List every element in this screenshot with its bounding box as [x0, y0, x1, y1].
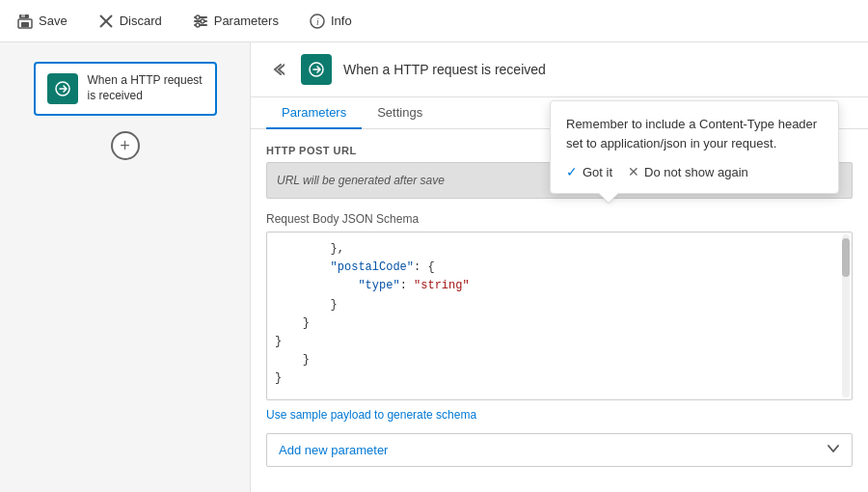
add-step-button[interactable]: + — [111, 131, 140, 160]
save-icon — [17, 14, 33, 29]
svg-rect-1 — [21, 14, 25, 17]
main-layout: When a HTTP request is received + When a… — [0, 42, 868, 492]
info-label: Info — [331, 14, 352, 28]
code-line: } — [275, 314, 844, 333]
svg-text:i: i — [316, 16, 319, 27]
do-not-show-label: Do not show again — [644, 165, 748, 179]
code-line: } — [275, 351, 844, 369]
check-icon: ✓ — [566, 164, 578, 179]
save-label: Save — [39, 14, 68, 28]
tooltip-popup: Remember to include a Content-Type heade… — [550, 100, 839, 194]
code-editor[interactable]: }, "postalCode": { "type": "string" } } … — [266, 232, 853, 400]
x-icon: ✕ — [628, 164, 639, 179]
got-it-button[interactable]: ✓ Got it — [566, 164, 612, 179]
discard-label: Discard — [120, 14, 162, 28]
panel-header-icon — [301, 54, 332, 85]
right-panel: When a HTTP request is received Paramete… — [251, 42, 868, 492]
code-line: } — [275, 333, 844, 351]
collapse-button[interactable] — [266, 58, 289, 81]
flow-card[interactable]: When a HTTP request is received — [34, 62, 217, 116]
code-scrollbar[interactable] — [842, 234, 850, 397]
flow-card-icon — [47, 73, 78, 104]
add-step-icon: + — [120, 136, 130, 156]
add-param-label: Add new parameter — [279, 443, 388, 457]
add-new-parameter-select[interactable]: Add new parameter — [266, 433, 853, 467]
svg-rect-3 — [21, 22, 29, 27]
code-line: "type": "string" — [275, 277, 844, 295]
svg-point-11 — [196, 23, 200, 27]
sample-payload-link[interactable]: Use sample payload to generate schema — [266, 408, 853, 422]
parameters-label: Parameters — [214, 14, 279, 28]
discard-icon — [98, 14, 114, 29]
got-it-label: Got it — [583, 165, 612, 179]
save-button[interactable]: Save — [12, 10, 73, 33]
tooltip-text: Remember to include a Content-Type heade… — [566, 115, 823, 152]
do-not-show-button[interactable]: ✕ Do not show again — [628, 164, 748, 179]
code-line: } — [275, 296, 844, 314]
tab-parameters[interactable]: Parameters — [266, 97, 362, 129]
code-line: } — [275, 369, 844, 388]
toolbar: Save Discard Parameters — [0, 0, 868, 42]
parameters-button[interactable]: Parameters — [187, 10, 285, 33]
tab-settings[interactable]: Settings — [362, 97, 438, 129]
code-scrollbar-thumb — [842, 238, 850, 277]
svg-point-9 — [196, 15, 200, 19]
svg-point-10 — [201, 19, 204, 23]
flow-card-text: When a HTTP request is received — [88, 73, 203, 103]
info-icon: i — [310, 14, 325, 29]
tooltip-actions: ✓ Got it ✕ Do not show again — [566, 164, 823, 179]
code-line: }, — [275, 240, 844, 259]
panel-title: When a HTTP request is received — [343, 62, 853, 77]
panel-header: When a HTTP request is received — [251, 42, 868, 97]
canvas-panel: When a HTTP request is received + — [0, 42, 251, 492]
code-line: "postalCode": { — [275, 259, 844, 277]
chevron-down-icon — [827, 442, 840, 458]
schema-label: Request Body JSON Schema — [266, 212, 853, 226]
parameters-icon — [193, 14, 208, 29]
info-button[interactable]: i Info — [304, 10, 358, 33]
discard-button[interactable]: Discard — [93, 10, 168, 33]
